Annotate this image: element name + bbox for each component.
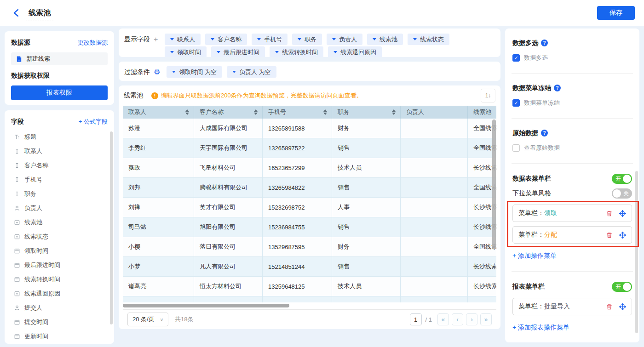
filter-condition-chip[interactable]: 领取时间 为空 [167,66,222,78]
report-menu-toggle[interactable]: 开 [612,282,632,292]
permission-title: 数据获取权限 [11,72,108,80]
scrollbar-thumb[interactable] [123,304,289,307]
chip-label: 联系人 [177,35,195,44]
checkbox[interactable]: ✓ [512,99,520,107]
field-item[interactable]: 领取时间 [11,244,108,258]
report-permission-button[interactable]: 报表权限 [11,85,108,100]
add-formula-field-link[interactable]: + 公式字段 [79,118,108,126]
table-cell [401,138,468,158]
datasource-item[interactable]: 新建线索 [11,52,108,65]
column-header[interactable]: 客户名称 [194,106,263,119]
add-display-field-button[interactable]: + [154,36,158,43]
data-table: 联系人客户名称手机号职务负责人线索池 苏漫大成国际有限公司13265891588… [123,106,496,302]
filter-settings-icon[interactable]: ⚙ [154,68,160,76]
column-header[interactable]: 手机号 [263,106,332,119]
display-field-chip[interactable]: 最后跟进时间 [211,46,265,57]
move-icon[interactable] [619,303,626,310]
caret-down-icon [332,38,336,40]
checkbox-row[interactable]: 查看原始数据 [512,144,632,152]
help-icon[interactable]: ? [541,40,548,46]
display-field-chip[interactable]: 负责人 [327,34,362,45]
field-item[interactable]: 提交人 [11,301,108,315]
page-size-select[interactable]: 20 条/页 ∨ [127,313,168,326]
table-cell: 腾骏材料有限公司 [194,178,263,197]
settings-panel-scrollbar[interactable] [635,171,638,333]
add-action-menu-link[interactable]: + 添加操作菜单 [512,252,557,260]
change-datasource-link[interactable]: 更改数据源 [78,39,108,47]
page-size-value: 20 条/页 [132,315,155,324]
settings-section: 原始数据?查看原始数据 [512,119,633,164]
select-field-icon [14,290,20,297]
display-field-chip[interactable]: 领取时间 [165,46,207,57]
column-header[interactable]: 联系人 [123,106,194,119]
checkbox-row[interactable]: ✓数据菜单冻结 [512,99,632,107]
field-item[interactable]: 负责人 [11,201,108,215]
next-page-button[interactable]: › [466,313,477,325]
dropdown-style-label: 下拉菜单风格 [512,189,551,198]
display-field-chip[interactable]: 线索状态 [408,34,449,45]
help-icon[interactable]: ? [541,130,548,137]
dropdown-style-toggle[interactable]: 关 [612,188,632,199]
table-menu-toggle[interactable]: 开 [612,174,632,184]
field-item[interactable]: 职务 [11,187,108,201]
delete-icon[interactable] [606,210,613,217]
sort-tool-button[interactable]: 1↓ [481,89,495,102]
back-button[interactable] [13,9,19,17]
display-field-chip[interactable]: 线索退回原因 [328,46,382,57]
chip-label: 手机号 [264,35,282,44]
field-item[interactable]: 最后跟进时间 [11,258,108,272]
column-header[interactable]: 职务 [332,106,401,119]
add-report-menu-link[interactable]: + 添加报表操作菜单 [512,324,569,332]
chevron-down-icon: ∨ [160,317,163,322]
menu-bar-item[interactable]: 菜单栏：批量导入 [512,298,632,315]
checkbox-row[interactable]: ✓数据多选 [512,54,632,62]
field-item[interactable]: 手机号 [11,172,108,187]
field-item[interactable]: 线索状态 [11,229,108,244]
sort-arrows-icon[interactable] [185,109,189,115]
move-icon[interactable] [619,210,626,217]
display-field-chip[interactable]: 职务 [292,34,322,45]
menu-bar-item[interactable]: 菜单栏：领取 [512,205,632,222]
caret-down-icon [172,71,176,73]
display-field-chip[interactable]: 线索池 [367,34,403,45]
sort-arrows-icon[interactable] [392,109,396,115]
filter-condition-chip[interactable]: 负责人 为空 [227,66,276,78]
table-cell [401,178,468,197]
field-item[interactable]: 标题 [11,130,108,144]
menu-bar-item[interactable]: 菜单栏：分配 [512,226,632,244]
display-field-chip[interactable]: 联系人 [165,34,201,45]
page-title[interactable]: 线索池 [26,8,53,21]
prev-page-button[interactable]: ‹ [452,313,463,325]
page-input[interactable]: 1 [410,313,422,325]
delete-icon[interactable] [606,232,613,239]
first-page-button[interactable]: « [437,313,449,325]
column-header: 线索池 [468,106,496,119]
display-field-chip[interactable]: 手机号 [252,34,288,45]
toggle-knob [623,283,631,291]
display-field-chip[interactable]: 客户名称 [205,34,247,45]
field-item[interactable]: 联系人 [11,144,108,158]
table-scrollbar-vertical[interactable] [492,119,496,249]
last-page-button[interactable]: » [480,313,492,325]
move-icon[interactable] [619,232,626,239]
sort-arrows-icon[interactable] [323,109,327,115]
help-icon[interactable]: ? [554,85,561,91]
fields-scrollbar[interactable] [110,131,113,324]
field-item[interactable]: 线索转换时间 [11,272,108,286]
table-menu-title: 数据表菜单栏 [512,175,551,183]
display-field-chip[interactable]: 线索转换时间 [270,46,323,57]
save-button[interactable]: 保存 [597,6,635,20]
delete-icon[interactable] [606,303,613,310]
field-item[interactable]: 更新时间 [11,329,108,343]
table-scrollbar-horizontal[interactable] [123,304,496,307]
date-field-icon [14,276,20,283]
field-item[interactable]: 线索退回原因 [11,286,108,301]
date-field-icon [14,333,20,340]
field-item[interactable]: 提交时间 [11,315,108,329]
checkbox[interactable]: ✓ [512,54,520,62]
sort-arrows-icon[interactable] [254,109,258,115]
checkbox[interactable] [512,144,520,152]
table-row: 诸葛亮恒太方材料公司13259648125技术人员长沙线索池 [123,277,496,296]
field-item[interactable]: 线索池 [11,215,108,229]
field-item[interactable]: 客户名称 [11,158,108,172]
